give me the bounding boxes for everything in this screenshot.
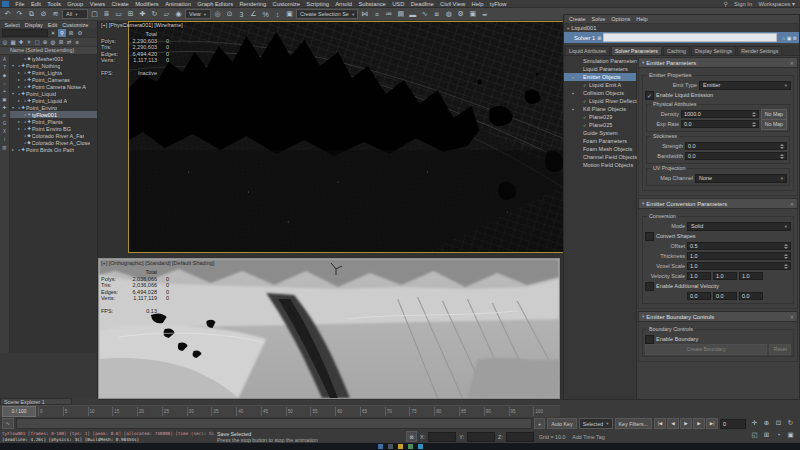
selection-lock-icon[interactable]: ⊠ bbox=[406, 431, 417, 442]
next-frame-button[interactable]: ▶ bbox=[693, 418, 705, 429]
tree-row[interactable]: ▾ ● ✚ Point_Enviro bbox=[10, 104, 97, 111]
expand-arrow-icon[interactable]: ▾ bbox=[572, 91, 577, 96]
thickness-field[interactable]: 1.0 bbox=[687, 252, 791, 260]
menu-item[interactable]: Substance bbox=[355, 0, 389, 8]
file-explorer-icon[interactable] bbox=[398, 444, 403, 449]
exp-rate-map-button[interactable]: No Map bbox=[761, 119, 787, 130]
coordinate-y-field[interactable] bbox=[467, 432, 495, 442]
display-shapes-icon[interactable]: ✚ bbox=[17, 38, 25, 46]
offset-field[interactable]: 0.5 bbox=[687, 242, 791, 250]
velocity-scale-y-field[interactable]: 1.0 bbox=[713, 272, 737, 280]
expand-arrow-icon[interactable]: ▾ bbox=[572, 107, 577, 112]
edit-named-selection-sets-icon[interactable]: ▣ bbox=[284, 9, 295, 20]
toggle-ribbon-icon[interactable]: ▬ bbox=[407, 9, 418, 20]
spinner-icon[interactable] bbox=[782, 264, 788, 269]
additional-velocity-z-field[interactable]: 0.0 bbox=[739, 292, 763, 300]
simview-nav-item[interactable]: ✓ Plane029 bbox=[564, 113, 636, 121]
conversion-mode-dropdown[interactable]: Solid▾ bbox=[687, 222, 791, 231]
sort-by-type-icon[interactable]: T bbox=[1, 64, 8, 71]
go-to-end-button[interactable]: ▶| bbox=[706, 418, 718, 429]
solver-node-selected[interactable]: Solver 1 ⊞ ☼▣⚙ bbox=[564, 32, 799, 43]
simview-tab[interactable]: Caching bbox=[663, 46, 690, 55]
menu-item[interactable]: USD bbox=[389, 0, 408, 8]
tree-row[interactable]: ▸ ● ✚ Point_Liquid A bbox=[10, 97, 97, 104]
search-icon[interactable]: ⚲ bbox=[720, 0, 731, 8]
visibility-dot-icon[interactable]: ● bbox=[18, 92, 20, 96]
velocity-scale-x-field[interactable]: 1.0 bbox=[687, 272, 711, 280]
solver-settings-icon[interactable]: ⚙ bbox=[793, 35, 797, 41]
stickiness-bandwidth-field[interactable]: 0.0 bbox=[685, 152, 787, 160]
select-and-link-icon[interactable]: ⧉ bbox=[26, 9, 37, 20]
simview-tab[interactable]: Render Settings bbox=[737, 46, 782, 55]
go-to-start-button[interactable]: |◀ bbox=[654, 418, 666, 429]
select-object-icon[interactable]: ▢ bbox=[89, 9, 100, 20]
explorer-settings-icon[interactable]: ⚙ bbox=[76, 29, 84, 37]
previous-frame-button[interactable]: ◀ bbox=[667, 418, 679, 429]
maximize-viewport-toggle-icon[interactable]: ▣ bbox=[785, 429, 796, 440]
enable-additional-velocity-checkbox[interactable] bbox=[645, 282, 654, 291]
expand-arrow-icon[interactable]: ▾ bbox=[12, 105, 17, 110]
simview-nav-item[interactable]: Foam Mesh Objects bbox=[564, 145, 636, 153]
3dsmax-app-icon[interactable] bbox=[418, 444, 423, 449]
sign-in-button[interactable]: Sign In bbox=[731, 0, 755, 8]
sync-selection-icon[interactable]: ⇄ bbox=[65, 38, 73, 46]
expand-arrow-icon[interactable]: ▾ bbox=[12, 91, 17, 96]
select-and-scale-icon[interactable]: ▱ bbox=[161, 9, 172, 20]
play-animation-button[interactable]: ▶ bbox=[680, 418, 692, 429]
coordinate-x-field[interactable] bbox=[428, 432, 456, 442]
field-of-view-icon[interactable]: ◔ bbox=[773, 429, 784, 440]
named-selection-sets-dropdown[interactable]: Create Selection Se bbox=[296, 9, 358, 19]
tree-row[interactable]: ▸ ● ✚ Point Birds On Path bbox=[10, 146, 97, 153]
density-field[interactable]: 1000.0 bbox=[681, 110, 759, 118]
render-production-icon[interactable]: ☕ bbox=[479, 9, 490, 20]
maxscript-mini-listener[interactable]: tyFlow001 [frames: 0-100] [tps: 1] [peak… bbox=[2, 431, 214, 443]
tree-row[interactable]: ● ◆ Colorado River A_Close bbox=[10, 139, 97, 146]
tree-row[interactable]: ▸ ● ✚ Point_Plants bbox=[10, 118, 97, 125]
filter-groups-icon[interactable]: G bbox=[1, 120, 8, 127]
menu-item[interactable]: Tools bbox=[44, 0, 64, 8]
zoom-icon[interactable]: ⊕ bbox=[761, 417, 772, 428]
menu-item[interactable]: Scripting bbox=[303, 0, 332, 8]
visibility-dot-icon[interactable]: ● bbox=[24, 78, 26, 82]
simview-nav-item[interactable]: Liquid Parameters bbox=[564, 65, 636, 73]
tree-row[interactable]: ▾ ● ✚ Point_Nothing bbox=[10, 62, 97, 69]
spinner-icon[interactable] bbox=[778, 144, 784, 149]
coordinate-z-field[interactable] bbox=[506, 432, 534, 442]
rendered-frame-window-icon[interactable]: ▣ bbox=[467, 9, 478, 20]
expand-arrow-icon[interactable]: ▸ bbox=[18, 126, 23, 131]
spinner-snap-toggle-icon[interactable]: ↕ bbox=[272, 9, 283, 20]
search-icon[interactable]: ⚲ bbox=[58, 29, 66, 37]
stickiness-strength-field[interactable]: 0.0 bbox=[685, 142, 787, 150]
explorer-menu-item[interactable]: Customize bbox=[60, 22, 91, 28]
undo-icon[interactable]: ↶ bbox=[2, 9, 13, 20]
voxel-scale-field[interactable]: 1.0 bbox=[687, 262, 791, 270]
display-materials-icon[interactable]: ◍ bbox=[49, 38, 57, 46]
app-logo-icon[interactable] bbox=[2, 1, 9, 7]
visibility-dot-icon[interactable]: ● bbox=[24, 127, 26, 131]
tree-row[interactable]: ● ✦ tyFlow001 bbox=[10, 111, 97, 118]
rectangular-selection-region-icon[interactable]: ▭ bbox=[113, 9, 124, 20]
explorer-menu-item[interactable]: Display bbox=[22, 22, 45, 28]
show-solver-icon[interactable]: ☼ bbox=[781, 35, 786, 41]
viewport-label[interactable]: [+] [PhysCamera001] [Wireframe] bbox=[101, 22, 183, 28]
velocity-scale-z-field[interactable]: 1.0 bbox=[739, 272, 763, 280]
menu-item[interactable]: Animation bbox=[162, 0, 194, 8]
menu-item[interactable]: Customize bbox=[269, 0, 303, 8]
select-and-move-icon[interactable]: ✚ bbox=[137, 9, 148, 20]
curve-editor-icon[interactable]: ∿ bbox=[419, 9, 430, 20]
reference-coordinate-dropdown[interactable]: View bbox=[185, 9, 211, 19]
toggle-scene-explorer-icon[interactable]: ≔ bbox=[383, 9, 394, 20]
convert-shapes-checkbox[interactable] bbox=[645, 232, 654, 241]
zoom-extents-icon[interactable]: ◱ bbox=[749, 429, 760, 440]
expand-arrow-icon[interactable]: ▸ bbox=[18, 77, 23, 82]
display-lights-icon[interactable]: ☀ bbox=[25, 38, 33, 46]
visibility-dot-icon[interactable]: ● bbox=[18, 64, 20, 68]
close-rollout-icon[interactable]: ✕ bbox=[790, 314, 794, 320]
simview-nav-item[interactable]: ▾ Collision Objects bbox=[564, 89, 636, 97]
add-time-tag[interactable]: Add Time Tag bbox=[572, 434, 604, 440]
material-editor-icon[interactable]: ◍ bbox=[443, 9, 454, 20]
timeline-ruler[interactable]: 0510152025303540455055606570758085909510… bbox=[38, 407, 558, 416]
spinner-icon[interactable] bbox=[782, 244, 788, 249]
filter-cameras-icon[interactable]: ▣ bbox=[1, 96, 8, 103]
select-and-manipulate-icon[interactable]: ⊙ bbox=[224, 9, 235, 20]
